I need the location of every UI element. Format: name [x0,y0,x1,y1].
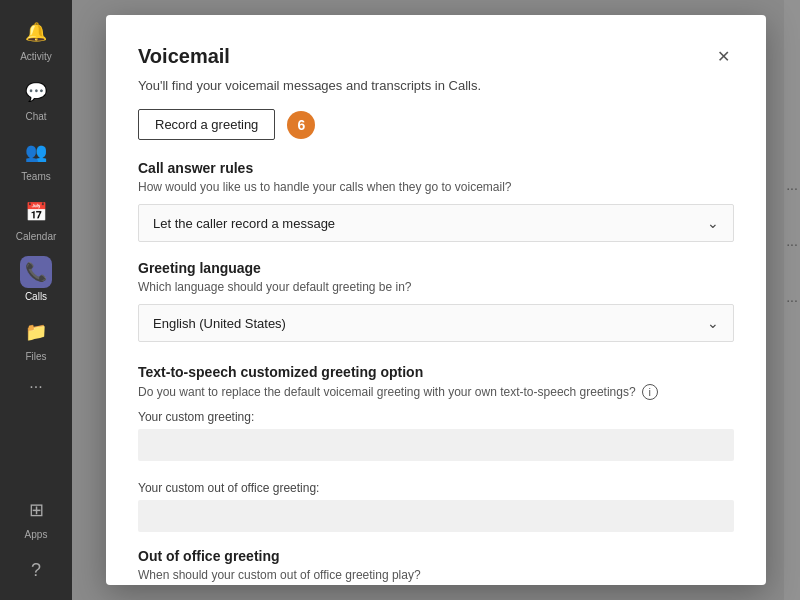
custom-greeting-label: Your custom greeting: [138,410,734,424]
tts-heading-row: Text-to-speech customized greeting optio… [138,360,734,380]
custom-greeting-input[interactable] [138,429,734,461]
teams-icon-bg: 👥 [20,136,52,168]
tts-heading: Text-to-speech customized greeting optio… [138,364,423,380]
sidebar-label-chat: Chat [25,111,46,122]
sidebar-bottom: ⊞ Apps ? [0,486,72,600]
sidebar-item-chat[interactable]: 💬 Chat [0,68,72,128]
call-answer-rules-section: Call answer rules How would you like us … [138,160,734,242]
record-greeting-button[interactable]: Record a greeting [138,109,275,140]
sidebar-item-apps[interactable]: ⊞ Apps [0,486,72,546]
voicemail-modal: Voicemail ✕ You'll find your voicemail m… [106,15,766,585]
help-icon: ? [31,560,41,581]
calls-icon: 📞 [25,261,47,283]
files-icon-bg: 📁 [20,316,52,348]
modal-overlay: Voicemail ✕ You'll find your voicemail m… [72,0,800,600]
greeting-language-chevron-icon: ⌄ [707,315,719,331]
custom-out-input[interactable] [138,500,734,532]
sidebar-more-dots[interactable]: ··· [29,368,42,406]
tts-desc-row: Do you want to replace the default voice… [138,384,734,400]
sidebar-item-files[interactable]: 📁 Files [0,308,72,368]
call-answer-rules-heading: Call answer rules [138,160,734,176]
sidebar-item-help[interactable]: ? [0,546,72,592]
greeting-language-desc: Which language should your default greet… [138,280,734,294]
out-of-office-section: Out of office greeting When should your … [138,548,734,585]
sidebar-item-teams[interactable]: 👥 Teams [0,128,72,188]
sidebar-label-activity: Activity [20,51,52,62]
apps-icon-bg: ⊞ [20,494,52,526]
tts-section: Text-to-speech customized greeting optio… [138,360,734,542]
files-icon: 📁 [25,321,47,343]
call-answer-rules-dropdown[interactable]: Let the caller record a message ⌄ [138,204,734,242]
modal-title-bar: Voicemail ✕ [138,43,734,70]
modal-title: Voicemail [138,45,230,68]
greeting-language-dropdown-value: English (United States) [153,316,286,331]
call-answer-rules-desc: How would you like us to handle your cal… [138,180,734,194]
chevron-down-icon: ⌄ [707,215,719,231]
greeting-language-dropdown[interactable]: English (United States) ⌄ [138,304,734,342]
teams-icon: 👥 [25,141,47,163]
app-shell: 🔔 Activity 💬 Chat 👥 Teams 📅 Calendar 📞 [0,0,800,600]
modal-subtitle: You'll find your voicemail messages and … [138,78,734,93]
chat-icon: 💬 [25,81,47,103]
record-greeting-row: Record a greeting 6 [138,109,734,140]
sidebar-label-apps: Apps [25,529,48,540]
sidebar: 🔔 Activity 💬 Chat 👥 Teams 📅 Calendar 📞 [0,0,72,600]
sidebar-item-calendar[interactable]: 📅 Calendar [0,188,72,248]
sidebar-item-activity[interactable]: 🔔 Activity [0,8,72,68]
calls-icon-bg: 📞 [20,256,52,288]
activity-icon-bg: 🔔 [20,16,52,48]
calendar-icon-bg: 📅 [20,196,52,228]
sidebar-item-calls[interactable]: 📞 Calls [0,248,72,308]
sidebar-label-calendar: Calendar [16,231,57,242]
greeting-language-heading: Greeting language [138,260,734,276]
calendar-icon: 📅 [25,201,47,223]
out-of-office-heading: Out of office greeting [138,548,734,564]
apps-icon: ⊞ [29,499,44,521]
sidebar-label-calls: Calls [25,291,47,302]
activity-icon: 🔔 [25,21,47,43]
help-icon-bg: ? [20,554,52,586]
tts-desc: Do you want to replace the default voice… [138,385,636,399]
custom-out-label: Your custom out of office greeting: [138,481,734,495]
sidebar-label-teams: Teams [21,171,50,182]
chat-icon-bg: 💬 [20,76,52,108]
greeting-language-section: Greeting language Which language should … [138,260,734,342]
out-of-office-desc: When should your custom out of office gr… [138,568,734,582]
info-icon[interactable]: i [642,384,658,400]
main-area: ··· ··· ··· Voicemail ✕ You'll find your… [72,0,800,600]
modal-close-button[interactable]: ✕ [713,43,734,70]
call-answer-rules-dropdown-value: Let the caller record a message [153,216,335,231]
badge-number: 6 [287,111,315,139]
sidebar-label-files: Files [25,351,46,362]
